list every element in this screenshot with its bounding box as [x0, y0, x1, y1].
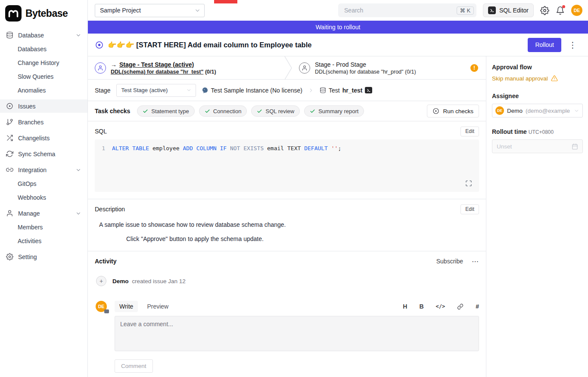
sidebar-item-gitops[interactable]: GitOps — [0, 177, 87, 190]
sidebar-item-manage[interactable]: Manage — [0, 207, 87, 220]
link-icon[interactable] — [457, 303, 464, 310]
sidebar-item-database[interactable]: Database — [0, 28, 87, 42]
sidebar-item-slow-queries[interactable]: Slow Queries — [0, 70, 87, 83]
sidebar-item-members[interactable]: Members — [0, 220, 87, 234]
comment-textarea[interactable] — [115, 316, 479, 351]
chevron-right-icon — [308, 87, 314, 93]
sidebar-item-integration[interactable]: Integration — [0, 163, 87, 176]
recording-indicator — [214, 0, 237, 3]
hash-button[interactable]: # — [476, 303, 479, 310]
sidebar-item-change-history[interactable]: Change History — [0, 56, 87, 69]
project-select-value: Sample Project — [100, 7, 141, 14]
instance-name: Test Sample Instance (No license) — [211, 87, 302, 94]
feed-user: Demo — [112, 278, 129, 284]
instance-link[interactable]: Test Sample Instance (No license) — [202, 87, 302, 94]
assignee-name: Demo — [507, 108, 523, 114]
sidebar-item-setting[interactable]: Setting — [0, 250, 87, 263]
expand-sql-icon[interactable] — [465, 180, 472, 187]
topbar: Sample Project ⌘ K SQL Editor DE — [88, 0, 588, 21]
notification-bell-icon[interactable] — [556, 6, 565, 15]
project-select[interactable]: Sample Project — [95, 4, 205, 17]
bold-button[interactable]: B — [419, 303, 423, 310]
issue-sidebar: Approval flow Skip manual approval Assig… — [486, 56, 588, 377]
activity-menu-icon[interactable]: ⋯ — [472, 257, 479, 266]
sidebar: Bytebase Database Databases Change Histo… — [0, 0, 88, 377]
line-number: 1 — [95, 144, 112, 153]
postgres-icon — [202, 87, 208, 94]
rollout-time-title: Rollout time — [492, 128, 527, 135]
database-env: Test — [329, 87, 340, 94]
run-checks-button[interactable]: Run checks — [427, 105, 479, 117]
check-icon — [205, 108, 210, 114]
git-branch-icon — [6, 118, 13, 126]
search-input[interactable] — [343, 6, 457, 14]
changelist-icon — [6, 134, 13, 142]
comment-submit-button[interactable]: Comment — [115, 359, 153, 373]
sidebar-item-issues[interactable]: Issues — [0, 99, 87, 113]
search-box[interactable]: ⌘ K — [338, 3, 476, 17]
database-icon — [320, 87, 326, 93]
open-sql-editor-icon[interactable] — [365, 87, 372, 93]
status-banner: Waiting to rollout — [88, 21, 588, 34]
sql-label: SQL — [95, 128, 107, 135]
settings-gear-icon[interactable] — [540, 6, 549, 15]
heading-button[interactable]: H — [403, 303, 407, 310]
task-checks-label: Task checks — [95, 108, 130, 114]
check-connection[interactable]: Connection — [199, 105, 247, 117]
sidebar-item-anomalies[interactable]: Anomalies — [0, 83, 87, 97]
sidebar-item-sync-schema[interactable]: Sync Schema — [0, 147, 87, 161]
assignee-select[interactable]: DE Demo (demo@example — [492, 104, 583, 117]
stage-title-link[interactable]: Stage - Test Stage (active) — [119, 61, 194, 68]
activity-feed-item: + Demo created issue Jan 12 — [95, 276, 479, 286]
feed-text: created issue Jan 12 — [132, 278, 186, 284]
sql-edit-button[interactable]: Edit — [460, 127, 479, 136]
stage-progress: (0/1) — [405, 69, 416, 75]
rollout-button[interactable]: Rollout — [528, 38, 561, 52]
check-statement-type[interactable]: Statement type — [137, 105, 194, 117]
task-checks-row: Task checks Statement type Connection SQ… — [88, 101, 486, 121]
stage-progress: (0/1) — [205, 69, 216, 75]
tab-write[interactable]: Write — [115, 301, 138, 312]
activity-label: Activity — [95, 258, 117, 265]
user-icon — [6, 210, 13, 217]
bytebase-logo[interactable]: Bytebase — [0, 3, 87, 28]
check-sql-review[interactable]: SQL review — [251, 105, 300, 117]
subscribe-button[interactable]: Subscribe — [436, 258, 463, 265]
sidebar-item-webhooks[interactable]: Webhooks — [0, 191, 87, 204]
chevron-down-icon — [194, 7, 201, 14]
stage-person-icon — [299, 62, 310, 74]
stage-pipeline: → Stage - Test Stage (active) DDL(schema… — [88, 56, 486, 80]
sidebar-item-changelists[interactable]: Changelists — [0, 131, 87, 145]
stage-task-link[interactable]: DDL(schema) for database "hr_test" — [111, 69, 203, 75]
sidebar-item-activities[interactable]: Activities — [0, 234, 87, 247]
stage-prod[interactable]: Stage - Prod Stage DDL(schema) for datab… — [292, 56, 486, 79]
stage-select[interactable]: Test Stage (active) — [116, 84, 196, 97]
sidebar-item-databases[interactable]: Databases — [0, 42, 87, 56]
assignee-email: (demo@example — [526, 108, 571, 114]
issue-header: 👉👉👉 [START HERE] Add email column to Emp… — [88, 34, 588, 56]
rollout-time-input[interactable]: Unset — [492, 139, 583, 153]
rollout-time-timezone: UTC+0800 — [529, 129, 554, 135]
chevron-down-icon — [75, 210, 81, 216]
user-avatar[interactable]: DE — [571, 5, 582, 16]
check-summary-report[interactable]: Summary report — [304, 105, 364, 117]
app-window: Bytebase Database Databases Change Histo… — [0, 0, 588, 377]
description-label: Description — [95, 206, 125, 213]
plus-icon: + — [96, 276, 106, 286]
skip-approval-text: Skip manual approval — [492, 75, 548, 82]
issue-title: 👉👉👉 [START HERE] Add email column to Emp… — [108, 41, 523, 49]
description-section: Description Edit A sample issue to showc… — [88, 199, 486, 251]
search-shortcut-kbd: ⌘ K — [457, 6, 474, 15]
tab-preview[interactable]: Preview — [142, 301, 173, 312]
check-icon — [257, 108, 262, 114]
database-link[interactable]: Test hr_test — [320, 87, 372, 94]
sidebar-item-branches[interactable]: Branches — [0, 115, 87, 129]
more-options-kebab-icon[interactable]: ⋮ — [566, 41, 580, 49]
stage-test[interactable]: → Stage - Test Stage (active) DDL(schema… — [88, 56, 284, 79]
bytebase-logo-icon — [5, 5, 22, 22]
code-button[interactable]: </> — [436, 303, 445, 309]
sql-editor-button[interactable]: SQL Editor — [483, 3, 534, 17]
description-edit-button[interactable]: Edit — [460, 204, 479, 214]
run-icon — [432, 108, 439, 114]
stage-warning-icon[interactable]: ! — [470, 64, 478, 72]
